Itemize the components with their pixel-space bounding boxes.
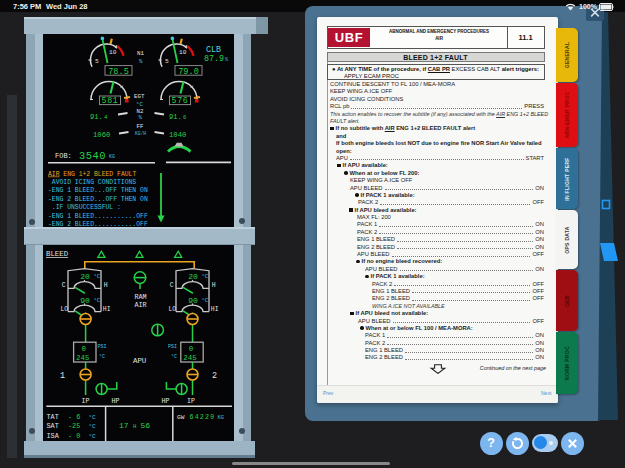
svg-text:KG: KG xyxy=(218,415,224,421)
svg-text:HP: HP xyxy=(112,398,120,405)
svg-text:°C: °C xyxy=(171,354,177,360)
svg-text:C: C xyxy=(62,282,66,289)
svg-text:°C: °C xyxy=(89,433,97,440)
svg-text:°C: °C xyxy=(94,297,101,304)
svg-text:LO: LO xyxy=(60,306,68,313)
svg-text:LO: LO xyxy=(168,306,176,313)
svg-text:CLB: CLB xyxy=(206,45,221,55)
svg-text:2: 2 xyxy=(212,371,217,381)
svg-text:90: 90 xyxy=(188,296,198,305)
svg-text:KG/H: KG/H xyxy=(135,131,146,136)
svg-text:20: 20 xyxy=(188,272,198,281)
svg-text:IP: IP xyxy=(187,398,195,405)
svg-text:SAT: SAT xyxy=(47,422,59,430)
svg-text:91.: 91. xyxy=(169,113,182,121)
svg-text:.IF UNSUCCESSFUL :: .IF UNSUCCESSFUL : xyxy=(48,204,121,211)
svg-text:%: % xyxy=(225,57,228,63)
svg-text:3540: 3540 xyxy=(79,150,106,162)
svg-text:576: 576 xyxy=(171,96,188,105)
svg-text:BLEED: BLEED xyxy=(46,250,69,258)
svg-text:RAM: RAM xyxy=(134,293,146,301)
svg-text:-ENG 1 BLEED...OFF THEN ON: -ENG 1 BLEED...OFF THEN ON xyxy=(48,187,148,194)
svg-text:°C: °C xyxy=(94,273,101,280)
svg-text:°C: °C xyxy=(202,273,209,280)
svg-text:10: 10 xyxy=(179,49,187,56)
svg-text:79.0: 79.0 xyxy=(178,67,199,77)
svg-text:581: 581 xyxy=(101,96,118,105)
svg-text:N1: N1 xyxy=(137,50,144,57)
svg-text:APU: APU xyxy=(133,357,146,365)
svg-text:245: 245 xyxy=(76,354,89,362)
svg-text:H: H xyxy=(133,423,136,430)
svg-text:C: C xyxy=(170,282,174,289)
svg-text:°C: °C xyxy=(89,423,97,430)
svg-text:EGT: EGT xyxy=(134,93,145,100)
svg-text:°C: °C xyxy=(202,297,209,304)
svg-text:5: 5 xyxy=(165,58,169,65)
svg-text:1060: 1060 xyxy=(93,131,110,139)
svg-text:0: 0 xyxy=(82,345,86,353)
svg-text:87.9: 87.9 xyxy=(204,54,224,64)
svg-text:IP: IP xyxy=(82,398,90,405)
svg-text:FF: FF xyxy=(137,123,144,130)
svg-text:-25: -25 xyxy=(68,422,80,430)
svg-text:4: 4 xyxy=(104,114,108,121)
svg-text:56: 56 xyxy=(141,421,151,430)
svg-text:AIR: AIR xyxy=(134,301,146,309)
svg-text:91.: 91. xyxy=(90,113,103,121)
svg-text:H: H xyxy=(104,282,108,289)
svg-text:PSI: PSI xyxy=(168,344,177,350)
svg-text:TAT: TAT xyxy=(47,413,59,421)
svg-text:-ENG 1 BLEED...........OFF: -ENG 1 BLEED...........OFF xyxy=(48,213,148,220)
svg-text:ISA: ISA xyxy=(47,432,60,440)
svg-text:1: 1 xyxy=(60,371,65,381)
svg-text:H: H xyxy=(212,282,216,289)
svg-text:1040: 1040 xyxy=(169,131,186,139)
svg-text:- 0: - 0 xyxy=(68,432,80,440)
svg-text:HP: HP xyxy=(162,398,170,405)
svg-text:%: % xyxy=(139,58,143,65)
svg-text:AIR ENG 1+2 BLEED FAULT: AIR ENG 1+2 BLEED FAULT xyxy=(48,171,136,178)
svg-text:AVOID ICING CONDITIONS: AVOID ICING CONDITIONS xyxy=(48,179,136,186)
svg-text:0: 0 xyxy=(189,345,193,353)
svg-text:HI: HI xyxy=(103,306,111,313)
svg-text:FOB:: FOB: xyxy=(55,152,72,160)
svg-text:- 6: - 6 xyxy=(68,413,80,421)
svg-text:GW: GW xyxy=(177,414,185,421)
svg-text:78.5: 78.5 xyxy=(108,67,129,77)
svg-text:HI: HI xyxy=(211,306,219,313)
svg-text:5: 5 xyxy=(95,58,99,65)
svg-text:20: 20 xyxy=(80,272,90,281)
svg-text:KG: KG xyxy=(109,154,115,160)
svg-text:°C: °C xyxy=(89,414,97,421)
svg-text:17: 17 xyxy=(119,421,129,430)
svg-text:PSI: PSI xyxy=(98,344,107,350)
svg-text:245: 245 xyxy=(183,354,196,362)
svg-text:-ENG 2 BLEED...OFF THEN ON: -ENG 2 BLEED...OFF THEN ON xyxy=(48,196,148,203)
svg-text:-ENG 2 BLEED...........OFF: -ENG 2 BLEED...........OFF xyxy=(48,221,148,227)
svg-text:6: 6 xyxy=(183,114,186,121)
svg-text:%: % xyxy=(139,114,143,121)
svg-text:64220: 64220 xyxy=(190,414,216,421)
svg-text:10: 10 xyxy=(109,49,117,56)
svg-text:°C: °C xyxy=(99,354,105,360)
svg-text:90: 90 xyxy=(80,296,90,305)
svg-text:°C: °C xyxy=(136,101,143,108)
